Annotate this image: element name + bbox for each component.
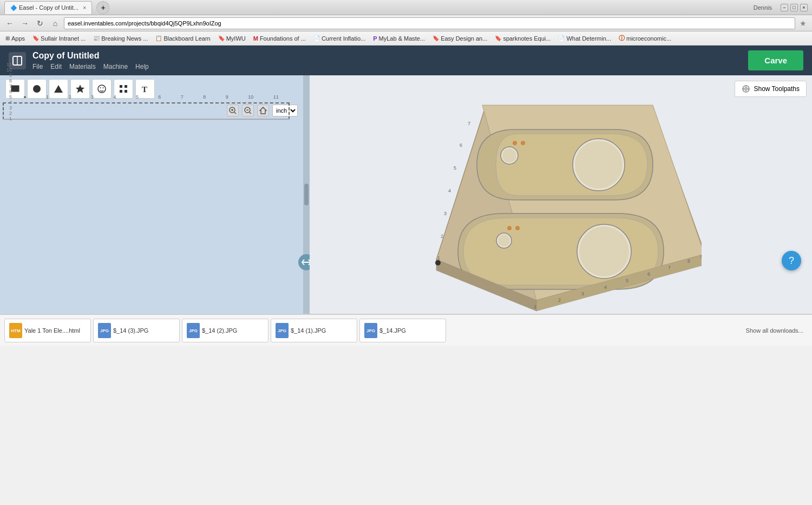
ruler-bottom-9: 9: [226, 94, 228, 100]
menu-materials[interactable]: Materials: [69, 63, 96, 70]
center-divider: [303, 75, 310, 314]
zoom-home-btn[interactable]: [257, 105, 269, 116]
ruler-bottom-1: 1: [46, 94, 49, 100]
browser-tab[interactable]: 🔷 Easel - Copy of Untit... ×: [4, 1, 92, 14]
bookmark-current-inflation-label: Current Inflatio...: [322, 35, 365, 42]
sullair-icon: 🔖: [32, 35, 39, 41]
carve-button[interactable]: Carve: [748, 50, 803, 70]
zoom-out-btn[interactable]: [242, 105, 254, 116]
show-toolpaths-btn[interactable]: Show Toolpaths: [735, 81, 807, 97]
bookmark-easy-design-label: Easy Design an...: [441, 35, 487, 42]
maximize-btn[interactable]: □: [790, 4, 798, 11]
left-panel: T: [0, 75, 303, 119]
bookmark-sullair[interactable]: 🔖 Sullair Intranet ...: [29, 34, 89, 43]
bookmark-breaking-news[interactable]: 📰 Breaking News ...: [90, 34, 151, 43]
svg-rect-2: [11, 86, 19, 92]
bookmark-current-inflation[interactable]: 📄 Current Inflatio...: [310, 34, 369, 43]
ruler-left: 1 2 3 4 5 6 7 8 9 10 11: [3, 119, 13, 124]
download-item-s14-1[interactable]: JPG $_14 (1).JPG: [271, 319, 357, 342]
bookmark-easy-design[interactable]: 🔖 Easy Design an...: [429, 34, 490, 43]
home-nav-btn[interactable]: ⌂: [49, 17, 62, 29]
close-btn[interactable]: ×: [800, 4, 808, 11]
bookmark-breaking-news-label: Breaking News ...: [101, 35, 148, 42]
svg-line-34: [250, 112, 251, 114]
forward-btn[interactable]: →: [18, 17, 31, 29]
svg-text:4: 4: [448, 188, 451, 193]
menu-edit[interactable]: Edit: [50, 63, 62, 70]
download-item-s14-3[interactable]: JPG $_14 (3).JPG: [93, 319, 180, 342]
show-toolpaths-label: Show Toolpaths: [754, 85, 800, 93]
bookmark-blackboard[interactable]: 📋 Blackboard Learn: [152, 34, 213, 43]
s14-1-file-icon: JPG: [276, 323, 289, 338]
svg-text:8: 8: [687, 258, 690, 264]
s14-3-file-icon: JPG: [98, 323, 111, 338]
bookmark-apps[interactable]: ⊞ Apps: [2, 34, 28, 43]
menu-help[interactable]: Help: [135, 63, 149, 70]
s14-download-name: $_14.JPG: [379, 327, 406, 334]
breaking-news-icon: 📰: [93, 35, 100, 41]
unit-selector[interactable]: inch mm cm: [272, 105, 298, 116]
easel-logo: [9, 52, 26, 69]
browser-toolbar: ← → ↻ ⌂ ★: [0, 15, 812, 31]
bookmark-foundations-label: Foundations of ...: [260, 35, 306, 42]
mylab-icon: P: [373, 35, 377, 42]
bookmarks-bar: ⊞ Apps 🔖 Sullair Intranet ... 📰 Breaking…: [0, 31, 812, 46]
help-btn[interactable]: ?: [782, 251, 801, 270]
bookmark-mylab[interactable]: P MyLab & Maste...: [370, 34, 428, 43]
bookmark-foundations[interactable]: M Foundations of ...: [250, 34, 309, 43]
bookmark-myiwu[interactable]: 🔖 MyIWU: [215, 34, 249, 43]
easy-design-icon: 🔖: [433, 35, 439, 41]
download-item-s14[interactable]: JPG $_14.JPG: [359, 319, 446, 342]
svg-text:7: 7: [668, 265, 671, 270]
minimize-btn[interactable]: −: [781, 4, 788, 11]
blackboard-icon: 📋: [155, 35, 162, 41]
ruler-bottom-7: 7: [181, 94, 184, 100]
svg-marker-36: [260, 107, 266, 114]
svg-text:2: 2: [558, 297, 561, 303]
user-badge: Dennis: [754, 4, 772, 11]
bookmark-star-icon[interactable]: ★: [800, 19, 807, 28]
tab-close-btn[interactable]: ×: [83, 4, 86, 11]
drag-handle[interactable]: [304, 184, 309, 205]
back-btn[interactable]: ←: [3, 17, 16, 29]
svg-point-73: [435, 260, 441, 266]
bookmark-microeconomic[interactable]: ⓘ microeconomic...: [615, 33, 675, 43]
svg-point-8: [103, 87, 104, 88]
right-panel: Show Toolpaths: [310, 75, 812, 314]
browser-titlebar: 🔷 Easel - Copy of Untit... × + Dennis − …: [0, 0, 812, 15]
svg-point-50: [579, 226, 629, 276]
myiwu-icon: 🔖: [218, 35, 225, 41]
s14-3-download-name: $_14 (3).JPG: [113, 327, 148, 334]
bookmark-myiwu-label: MyIWU: [226, 35, 246, 42]
bottom-controls: inch mm cm: [0, 102, 303, 119]
ruler-bottom-2: 2: [69, 94, 71, 100]
design-canvas[interactable]: 1 2 3 4 5 6 7 8 9 10 11: [3, 119, 290, 120]
svg-line-30: [234, 112, 236, 114]
bookmark-sparknotes[interactable]: 🔖 sparknotes Equi...: [492, 34, 554, 43]
svg-text:4: 4: [604, 284, 607, 290]
address-bar[interactable]: [64, 17, 795, 29]
yale-download-name: Yale 1 Ton Ele....html: [24, 327, 80, 334]
apps-icon: ⊞: [5, 35, 10, 41]
menu-file[interactable]: File: [32, 63, 43, 70]
menu-machine[interactable]: Machine: [103, 63, 128, 70]
svg-text:6: 6: [460, 143, 462, 148]
foundations-icon: M: [253, 35, 258, 42]
help-icon: ?: [789, 255, 794, 267]
easel-header: Copy of Untitled File Edit Materials Mac…: [0, 46, 812, 75]
bookmark-what-determines[interactable]: 📄 What Determin...: [555, 34, 614, 43]
download-item-yale[interactable]: HTM Yale 1 Ton Ele....html: [4, 319, 91, 342]
ruler-bottom-5: 5: [136, 94, 139, 100]
new-tab-btn[interactable]: +: [96, 1, 109, 14]
svg-point-52: [498, 235, 510, 247]
svg-text:1: 1: [437, 255, 440, 261]
reload-btn[interactable]: ↻: [34, 17, 47, 29]
s14-2-file-icon: JPG: [187, 323, 200, 338]
ruler-bottom-4: 4: [113, 94, 116, 100]
svg-point-48: [521, 141, 525, 145]
show-downloads-link[interactable]: Show all downloads...: [742, 327, 808, 334]
zoom-in-btn[interactable]: [227, 105, 239, 116]
download-item-s14-2[interactable]: JPG $_14 (2).JPG: [182, 319, 269, 342]
ruler-bottom-11: 11: [273, 94, 279, 100]
easel-title-section: Copy of Untitled File Edit Materials Mac…: [32, 51, 742, 70]
